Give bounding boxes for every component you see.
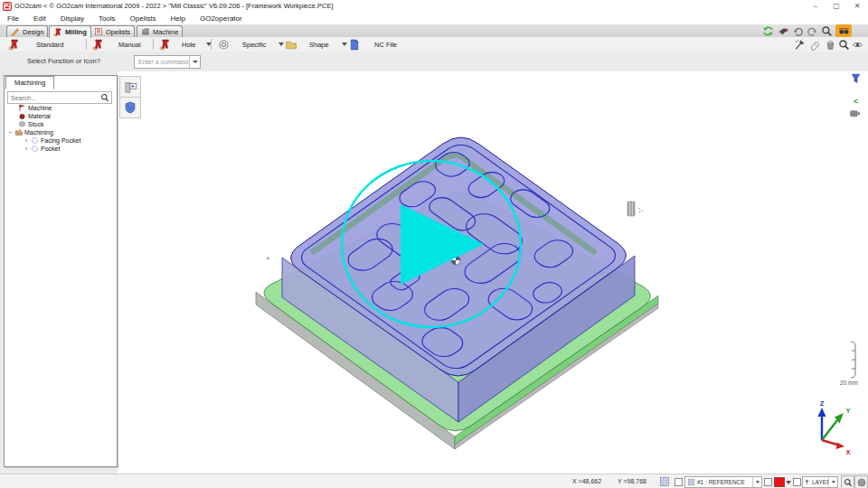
layer-manager-button[interactable] [841,475,854,488]
material-tree-icon [18,112,26,120]
separator [211,39,212,50]
3d-viewport[interactable]: × 20 mm Z Y X [118,71,868,474]
undo-icon[interactable] [792,25,804,37]
status-circle-icon [857,478,866,487]
separator [153,39,154,50]
ncfile-button[interactable]: NC File [345,38,410,51]
reference-combobox[interactable]: #1 : REFERENCE [684,476,762,488]
axis-z-label: Z [820,399,825,408]
sync-icon[interactable] [762,25,774,37]
eraser-icon[interactable] [809,39,821,51]
standard-button[interactable]: Standard [5,38,79,51]
search-input[interactable] [8,95,100,101]
ribbon-tab-bar: Design Milling Opelists Machine [0,24,868,38]
camera-icon [849,108,861,119]
pocket-icon [31,145,39,153]
command-row: Select Function or Icon? Enter a command [0,52,868,72]
ruler-label: 20 mm [840,380,858,386]
status-extra-button[interactable] [854,475,868,488]
tab-milling[interactable]: Milling [49,25,91,38]
layer-combobox[interactable]: LAYER : 1 [802,476,838,488]
shield-icon [124,101,137,114]
stock-tree-icon [18,120,26,128]
tab-machine[interactable]: Machine [137,25,183,37]
cursor-x-readout: X =48.662 [572,478,601,484]
axis-y-label: Y [845,407,850,415]
reference-plane-icon [687,478,695,486]
expander-closed-icon[interactable]: › [24,137,29,144]
tree-item-machining[interactable]: › Machining [5,128,114,136]
tree-item-pocket[interactable]: › Pocket [5,145,114,153]
magnifier-icon[interactable] [838,39,850,51]
menu-display[interactable]: Display [53,14,91,23]
machining-tree: Machine Material Stock › Machining › Fac… [5,104,114,153]
tool-icon [627,202,643,216]
collapse-panel-chevron[interactable]: < [854,97,858,106]
redo-icon[interactable] [807,25,818,37]
ncfile-doc-icon [348,39,360,51]
tab-opelists[interactable]: Opelists [90,25,135,37]
machine-tree-icon [18,104,26,112]
bucket-icon[interactable] [825,39,836,51]
cleanup-axe-icon[interactable] [794,39,806,51]
pointer-hand-icon[interactable] [778,25,789,37]
zoom-icon[interactable] [821,25,833,37]
model-canvas: × 20 mm Z Y X [118,71,868,474]
window-title: GO2cam < © GO2cam International 2009 - 2… [14,2,334,10]
menu-bar: File Edit Display Tools Opelists Help GO… [0,13,868,24]
color-caret[interactable] [786,481,791,484]
tab-design[interactable]: Design [6,25,48,37]
menu-file[interactable]: File [0,14,26,23]
minimize-button[interactable]: – [807,0,824,12]
color-checkbox[interactable] [764,478,772,486]
reference-checkbox[interactable] [675,478,683,486]
machining-tree-icon [14,128,23,136]
menu-edit[interactable]: Edit [26,14,53,23]
scale-ruler [851,342,855,378]
standard-cutter-icon [8,39,20,51]
expander-closed-icon[interactable]: › [24,145,29,152]
layer-checkbox[interactable] [793,478,801,486]
expander-open-icon[interactable]: › [7,130,14,136]
tree-item-stock[interactable]: Stock [5,120,114,128]
tool-shield-button[interactable] [119,97,141,118]
reference-caret[interactable] [752,477,761,487]
maximize-button[interactable]: ▢ [828,0,844,12]
color-swatch[interactable] [774,477,785,487]
grid-snap-icon[interactable] [659,476,670,487]
command-combobox-hint: Enter a command [135,59,189,65]
shape-button[interactable]: Shape [282,38,350,51]
menu-go2operator[interactable]: GO2operator [193,14,250,23]
go2-glasses-button[interactable] [835,24,852,37]
manual-button[interactable]: Manual [90,38,155,51]
specific-button[interactable]: Specific [215,38,287,51]
tree-item-machine[interactable]: Machine [5,104,114,112]
tree-item-material[interactable]: Material [5,112,114,120]
visibility-eye-icon[interactable] [852,39,863,51]
filter-button[interactable] [848,71,863,84]
panel-tab-machining[interactable]: Machining [5,76,54,89]
manual-cutter-icon [92,39,104,51]
simulation-button[interactable] [119,76,141,98]
facing-pocket-icon [31,136,39,145]
app-icon [3,2,12,11]
layer-pin-icon [804,479,810,485]
command-prompt-label: Select Function or Icon? [27,57,100,65]
close-button[interactable]: ✕ [849,0,865,12]
tree-item-facing-pocket[interactable]: › Facing Pocket [5,136,114,145]
layer-caret[interactable] [828,477,837,487]
menu-tools[interactable]: Tools [91,14,123,23]
axis-x-label: X [845,448,850,456]
menu-opelists[interactable]: Opelists [123,14,164,23]
menu-help[interactable]: Help [164,14,193,23]
axis-triad: Z Y X [818,399,851,456]
shape-folder-icon [285,39,297,51]
view-capture-button[interactable] [846,108,863,119]
hole-button[interactable]: Hole [156,38,214,51]
command-combobox[interactable]: Enter a command [134,55,201,69]
tree-search-box[interactable] [7,91,112,104]
command-combobox-caret[interactable] [189,56,200,68]
glasses-icon [838,25,850,37]
hole-cutter-icon [159,39,171,51]
specific-spiral-icon [218,39,230,51]
